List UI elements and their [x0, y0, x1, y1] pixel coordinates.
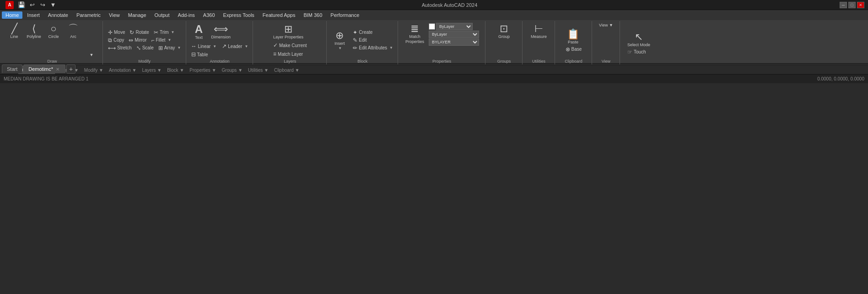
- menu-output[interactable]: Output: [151, 11, 173, 19]
- color-dropdown[interactable]: ByLayer: [436, 23, 473, 30]
- save-button[interactable]: 💾: [17, 0, 26, 10]
- arc-icon: ⌒: [68, 24, 78, 34]
- ribbon: ╱ Line ⟨ Polyline ○ Circle ⌒ Arc ▼: [0, 20, 868, 64]
- title-bar: A 💾 ↩ ↪ ▼ Autodesk AutoCAD 2024 ─ □ ✕: [0, 0, 868, 10]
- ribbon-group-groups: ⊡ Group Groups: [486, 21, 523, 64]
- fillet-button[interactable]: ⌐Fillet▼: [149, 37, 173, 44]
- scale-button[interactable]: ⤡Scale: [135, 44, 156, 52]
- arc-button[interactable]: ⌒ Arc: [64, 22, 83, 40]
- edit-block-button[interactable]: ✎Edit: [351, 37, 395, 44]
- text-button[interactable]: A Text: [189, 22, 209, 41]
- menu-manage[interactable]: Manage: [124, 11, 150, 19]
- layers-group-label: Layers: [284, 59, 296, 64]
- group-icon: ⊡: [500, 24, 508, 34]
- make-current-button[interactable]: ✓Make Current: [271, 42, 309, 49]
- group-button[interactable]: ⊡ Group: [494, 22, 513, 40]
- redo-button[interactable]: ↪: [38, 0, 47, 10]
- menu-bim360[interactable]: BIM 360: [300, 11, 326, 19]
- close-button[interactable]: ✕: [857, 2, 864, 8]
- paste-button[interactable]: 📋 Paste: [564, 27, 583, 45]
- utilities-group-label: Utilities: [532, 59, 545, 64]
- move-button[interactable]: ✛Move: [106, 29, 127, 36]
- menu-express[interactable]: Express Tools: [220, 11, 258, 19]
- layer-props-button[interactable]: ⊞ Layer Properties: [271, 22, 305, 40]
- insert-button[interactable]: ⊕ Insert ▼: [330, 29, 349, 51]
- menu-a360[interactable]: A360: [199, 11, 219, 19]
- dimension-icon: ⟺: [214, 24, 228, 34]
- match-props-button[interactable]: ≣ Match Properties: [404, 22, 426, 45]
- measure-button[interactable]: ⊢ Measure: [529, 22, 549, 40]
- ribbon-group-block: ⊕ Insert ▼ ✦Create ✎Edit ✏Edit Attribute…: [327, 21, 398, 64]
- rotate-button[interactable]: ↻Rotate: [128, 29, 151, 36]
- menu-parametric[interactable]: Parametric: [73, 11, 104, 19]
- lineweight-dropdown[interactable]: BYLAYER: [429, 38, 479, 46]
- menu-addins[interactable]: Add-ins: [174, 11, 199, 19]
- fillet-icon: ⌐: [151, 37, 154, 43]
- touch-icon: ☞: [627, 49, 632, 55]
- clipboard-group-label: Clipboard: [565, 59, 582, 64]
- linear-button[interactable]: ↔Linear▼: [189, 43, 219, 50]
- measure-icon: ⊢: [534, 24, 543, 34]
- draw-group-label: Draw: [47, 59, 57, 64]
- tab-close-button[interactable]: ✕: [55, 67, 60, 72]
- table-icon: ⊟: [191, 51, 196, 58]
- linetype-dropdown[interactable]: ByLayer: [429, 31, 479, 38]
- polyline-icon: ⟨: [32, 24, 36, 34]
- menu-home[interactable]: Home: [2, 11, 22, 19]
- groups-group-label: Groups: [497, 59, 511, 64]
- quick-access-toolbar: A 💾 ↩ ↪ ▼: [4, 0, 59, 10]
- mirror-button[interactable]: ⇔Mirror: [127, 37, 148, 44]
- menu-performance[interactable]: Performance: [327, 11, 363, 19]
- menu-insert[interactable]: Insert: [23, 11, 43, 19]
- leader-button[interactable]: ↗Leader▼: [220, 43, 250, 50]
- array-button[interactable]: ⊞Array▼: [156, 44, 183, 52]
- menu-annotate[interactable]: Annotate: [44, 11, 72, 19]
- ribbon-group-layers: ⊞ Layer Properties ✓Make Current ≡Match …: [253, 21, 327, 64]
- annotation-group-label: Annotation: [210, 59, 229, 64]
- line-button[interactable]: ╱ Line: [5, 22, 24, 40]
- base-icon: ⊗: [566, 46, 570, 53]
- mirror-icon: ⇔: [129, 37, 133, 43]
- select-mode-icon: ↖: [635, 32, 643, 42]
- view-button[interactable]: View ▼: [597, 22, 615, 28]
- menu-view[interactable]: View: [105, 11, 124, 19]
- app-title: Autodesk AutoCAD 2024: [59, 2, 840, 8]
- move-icon: ✛: [108, 29, 113, 36]
- insert-icon: ⊕: [335, 31, 344, 41]
- max-button[interactable]: □: [848, 2, 856, 8]
- ribbon-content: ╱ Line ⟨ Polyline ○ Circle ⌒ Arc ▼: [0, 20, 868, 65]
- ribbon-group-utilities: ⊢ Measure Utilities: [523, 21, 555, 64]
- polyline-button[interactable]: ⟨ Polyline: [24, 22, 43, 40]
- copy-button[interactable]: ⧉Copy: [106, 37, 126, 44]
- match-layer-button[interactable]: ≡Match Layer: [271, 50, 309, 58]
- select-mode-button[interactable]: ↖ Select Mode: [625, 30, 652, 48]
- touch-button[interactable]: ☞Touch: [625, 48, 648, 56]
- match-layer-icon: ≡: [273, 51, 276, 57]
- customise-button[interactable]: ▼: [49, 0, 58, 10]
- rotate-icon: ↻: [129, 29, 134, 36]
- edit-icon: ✎: [353, 37, 357, 43]
- app-icon: A: [5, 1, 14, 9]
- min-button[interactable]: ─: [840, 2, 847, 8]
- edit-attr-button[interactable]: ✏Edit Attributes▼: [351, 44, 395, 52]
- stretch-icon: ⟷: [108, 45, 116, 51]
- scale-icon: ⤡: [136, 45, 141, 51]
- new-tab-button[interactable]: +: [66, 64, 75, 74]
- trim-button[interactable]: ✂Trim▼: [152, 29, 177, 36]
- table-button[interactable]: ⊟Table: [189, 51, 210, 58]
- tab-drawing[interactable]: Demotimc* ✕: [23, 64, 65, 73]
- draw-expand-button[interactable]: ▼: [83, 52, 100, 58]
- edit-attr-icon: ✏: [353, 45, 357, 51]
- menu-bar: Home Insert Annotate Parametric View Man…: [0, 10, 868, 20]
- create-block-button[interactable]: ✦Create: [351, 29, 395, 36]
- ribbon-group-selectmode: ↖ Select Mode ☞Touch: [620, 21, 657, 64]
- circle-button[interactable]: ○ Circle: [44, 22, 63, 40]
- make-current-icon: ✓: [273, 42, 278, 48]
- dimension-button[interactable]: ⟺ Dimension: [210, 22, 233, 40]
- base-button[interactable]: ⊗Base: [564, 46, 584, 53]
- ribbon-group-clipboard: 📋 Paste ⊗Base Clipboard: [555, 21, 592, 64]
- stretch-button[interactable]: ⟷Stretch: [106, 44, 134, 52]
- undo-button[interactable]: ↩: [27, 0, 37, 10]
- tab-start[interactable]: Start: [2, 64, 22, 73]
- menu-featured[interactable]: Featured Apps: [259, 11, 299, 19]
